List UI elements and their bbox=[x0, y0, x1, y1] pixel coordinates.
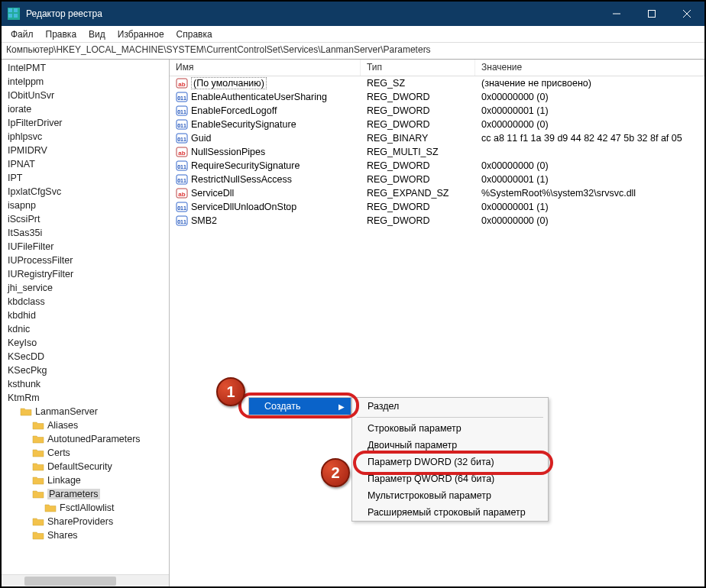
tree-item[interactable]: IObitUnSvr bbox=[2, 89, 169, 102]
tree-item-label: AutotunedParameters bbox=[47, 434, 141, 444]
table-row[interactable]: 011RestrictNullSessAccessREG_DWORD0x0000… bbox=[170, 173, 704, 186]
tree-item[interactable]: IPNAT bbox=[2, 157, 169, 171]
tree-item-label: IPT bbox=[8, 173, 22, 183]
tree-item[interactable]: ItSas35i bbox=[2, 226, 169, 240]
row-value: 0x00000001 (1) bbox=[475, 174, 704, 185]
submenu-key[interactable]: Раздел bbox=[352, 398, 548, 415]
tree-item[interactable]: IUProcessFilter bbox=[2, 254, 169, 267]
tree-pane[interactable]: IntelPMTintelppmIObitUnSvriorateIpFilter… bbox=[2, 60, 170, 586]
menu-file[interactable]: Файл bbox=[5, 27, 40, 41]
tree-item-label: IUFileFilter bbox=[8, 241, 53, 252]
tree-item-label: KeyIso bbox=[8, 338, 37, 348]
menu-help[interactable]: Справка bbox=[170, 27, 219, 41]
table-row[interactable]: 011EnableSecuritySignatureREG_DWORD0x000… bbox=[170, 118, 704, 131]
svg-text:011: 011 bbox=[177, 137, 186, 142]
tree-item[interactable]: IPMIDRV bbox=[2, 144, 169, 157]
address-bar[interactable]: Компьютер\HKEY_LOCAL_MACHINE\SYSTEM\Curr… bbox=[2, 43, 704, 60]
submenu-qword[interactable]: Параметр QWORD (64 бита) bbox=[352, 470, 548, 487]
tree-item[interactable]: IntelPMT bbox=[2, 61, 169, 75]
row-type: REG_EXPAND_SZ bbox=[361, 188, 475, 199]
tree-item[interactable]: IURegistryFilter bbox=[2, 267, 169, 281]
submenu-binary[interactable]: Двоичный параметр bbox=[352, 437, 548, 454]
menu-view[interactable]: Вид bbox=[83, 27, 112, 41]
tree-item[interactable]: FsctlAllowlist bbox=[2, 501, 169, 515]
tree-item[interactable]: Certs bbox=[2, 446, 169, 460]
maximize-button[interactable] bbox=[634, 2, 669, 26]
row-name: NullSessionPipes bbox=[191, 147, 265, 157]
table-row[interactable]: ab(По умолчанию)REG_SZ(значение не присв… bbox=[170, 76, 704, 90]
tree-h-scrollbar[interactable] bbox=[2, 574, 169, 586]
tree-item[interactable]: LanmanServer bbox=[2, 405, 169, 418]
tree-item[interactable]: Linkage bbox=[2, 473, 169, 487]
tree-item[interactable]: Aliases bbox=[2, 418, 169, 432]
tree-item-label: iphlpsvc bbox=[8, 131, 42, 142]
svg-rect-0 bbox=[8, 8, 12, 12]
tree-item[interactable]: kbdhid bbox=[2, 309, 169, 322]
tree-item[interactable]: KSecDD bbox=[2, 350, 169, 363]
tree-item[interactable]: AutotunedParameters bbox=[2, 432, 169, 446]
context-separator bbox=[357, 417, 543, 418]
row-type: REG_MULTI_SZ bbox=[361, 147, 475, 157]
tree-item[interactable]: IUFileFilter bbox=[2, 240, 169, 254]
tree-item[interactable]: DefaultSecurity bbox=[2, 460, 169, 473]
table-row[interactable]: abServiceDllREG_EXPAND_SZ%SystemRoot%\sy… bbox=[170, 186, 704, 200]
table-row[interactable]: 011EnableForcedLogoffREG_DWORD0x00000001… bbox=[170, 104, 704, 118]
row-name: RestrictNullSessAccess bbox=[191, 174, 292, 185]
tree-item[interactable]: KtmRm bbox=[2, 391, 169, 405]
tree-item[interactable]: iphlpsvc bbox=[2, 130, 169, 144]
tree-item-label: IntelPMT bbox=[8, 63, 46, 73]
svg-rect-2 bbox=[8, 14, 12, 18]
submenu-string[interactable]: Строковый параметр bbox=[352, 420, 548, 437]
tree-item[interactable]: iorate bbox=[2, 102, 169, 116]
table-row[interactable]: abNullSessionPipesREG_MULTI_SZ bbox=[170, 145, 704, 159]
tree-item[interactable]: ksthunk bbox=[2, 377, 169, 391]
minimize-button[interactable] bbox=[599, 2, 634, 26]
tree-item[interactable]: KSecPkg bbox=[2, 363, 169, 377]
tree-item-label: LanmanServer bbox=[35, 406, 98, 417]
tree-item[interactable]: isapnp bbox=[2, 199, 169, 212]
tree-item-label: iScsiPrt bbox=[8, 214, 40, 225]
col-value-header[interactable]: Значение bbox=[475, 60, 704, 76]
table-row[interactable]: 011GuidREG_BINARYcc a8 11 f1 1a 39 d9 44… bbox=[170, 131, 704, 145]
tree-item[interactable]: KeyIso bbox=[2, 336, 169, 350]
table-row[interactable]: 011ServiceDllUnloadOnStopREG_DWORD0x0000… bbox=[170, 200, 704, 214]
tree-item[interactable]: IPT bbox=[2, 171, 169, 185]
tree-item[interactable]: jhi_service bbox=[2, 281, 169, 295]
tree-item[interactable]: Parameters bbox=[2, 487, 169, 501]
title-bar[interactable]: Редактор реестра bbox=[2, 2, 704, 26]
submenu-multi[interactable]: Мультистроковый параметр bbox=[352, 487, 548, 504]
submenu-dword[interactable]: Параметр DWORD (32 бита) bbox=[352, 454, 548, 470]
tree-item-label: IpFilterDriver bbox=[8, 118, 63, 128]
menu-edit[interactable]: Правка bbox=[40, 27, 83, 41]
submenu-expand[interactable]: Расширяемый строковый параметр bbox=[352, 504, 548, 521]
context-create[interactable]: Создать ▶ bbox=[249, 398, 351, 415]
tree-item-label: kbdclass bbox=[8, 296, 45, 307]
col-name-header[interactable]: Имя bbox=[170, 60, 361, 76]
tree-item[interactable]: intelppm bbox=[2, 75, 169, 89]
svg-text:011: 011 bbox=[177, 123, 186, 128]
row-type: REG_DWORD bbox=[361, 215, 475, 226]
row-value: 0x00000000 (0) bbox=[475, 160, 704, 171]
tree-item[interactable]: kdnic bbox=[2, 322, 169, 336]
svg-text:011: 011 bbox=[177, 109, 186, 115]
table-row[interactable]: 011EnableAuthenticateUserSharingREG_DWOR… bbox=[170, 90, 704, 104]
tree-item-label: kbdhid bbox=[8, 310, 36, 321]
table-row[interactable]: 011RequireSecuritySignatureREG_DWORD0x00… bbox=[170, 159, 704, 173]
row-type: REG_DWORD bbox=[361, 119, 475, 130]
tree-item[interactable]: IpxlatCfgSvc bbox=[2, 185, 169, 199]
table-row[interactable]: 011SMB2REG_DWORD0x00000000 (0) bbox=[170, 214, 704, 228]
tree-item[interactable]: kbdclass bbox=[2, 295, 169, 309]
tree-item[interactable]: IpFilterDriver bbox=[2, 116, 169, 130]
svg-text:011: 011 bbox=[177, 219, 186, 225]
tree-item-label: IPNAT bbox=[8, 159, 35, 170]
row-name: RequireSecuritySignature bbox=[191, 160, 300, 171]
chevron-right-icon: ▶ bbox=[338, 402, 345, 411]
col-type-header[interactable]: Тип bbox=[361, 60, 475, 76]
tree-item[interactable]: Shares bbox=[2, 528, 169, 542]
tree-item[interactable]: ShareProviders bbox=[2, 515, 169, 528]
tree-item-label: intelppm bbox=[8, 76, 44, 87]
close-button[interactable] bbox=[669, 2, 704, 26]
row-value: 0x00000001 (1) bbox=[475, 202, 704, 212]
tree-item[interactable]: iScsiPrt bbox=[2, 212, 169, 226]
menu-favorites[interactable]: Избранное bbox=[112, 27, 170, 41]
